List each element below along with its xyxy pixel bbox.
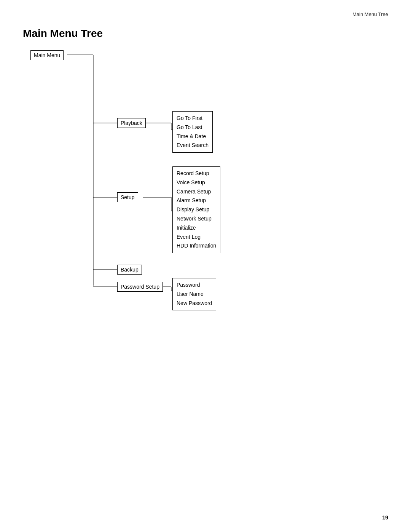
- setup-item-7: Initialize: [177, 224, 216, 233]
- password-item-3: New Password: [177, 299, 212, 308]
- setup-submenu: Record Setup Voice Setup Camera Setup Al…: [172, 166, 220, 253]
- setup-item-4: Alarm Setup: [177, 196, 216, 205]
- playback-item-2: Go To Last: [177, 123, 209, 132]
- password-item-1: Password: [177, 281, 212, 290]
- setup-item-3: Camera Setup: [177, 187, 216, 197]
- header-section-title: Main Menu Tree: [352, 11, 388, 17]
- setup-item-2: Voice Setup: [177, 178, 216, 187]
- playback-node: Playback: [117, 118, 146, 128]
- page-title: Main Menu Tree: [23, 27, 103, 40]
- password-setup-node: Password Setup: [117, 282, 163, 292]
- playback-submenu: Go To First Go To Last Time & Date Event…: [172, 111, 213, 153]
- tree-container: Main Menu Playback Go To First Go To Las…: [30, 50, 266, 324]
- setup-item-5: Display Setup: [177, 205, 216, 214]
- backup-node: Backup: [117, 265, 142, 275]
- top-rule: [0, 20, 411, 20]
- page-number: 19: [382, 514, 388, 521]
- setup-node: Setup: [117, 192, 138, 202]
- bottom-rule: [0, 512, 411, 512]
- password-submenu: Password User Name New Password: [172, 278, 216, 310]
- main-menu-node: Main Menu: [30, 50, 64, 60]
- setup-item-9: HDD Information: [177, 241, 216, 251]
- setup-item-6: Network Setup: [177, 214, 216, 224]
- playback-item-1: Go To First: [177, 114, 209, 123]
- setup-item-1: Record Setup: [177, 169, 216, 178]
- password-item-2: User Name: [177, 290, 212, 299]
- setup-item-8: Event Log: [177, 233, 216, 242]
- playback-item-4: Event Search: [177, 141, 209, 150]
- playback-item-3: Time & Date: [177, 132, 209, 141]
